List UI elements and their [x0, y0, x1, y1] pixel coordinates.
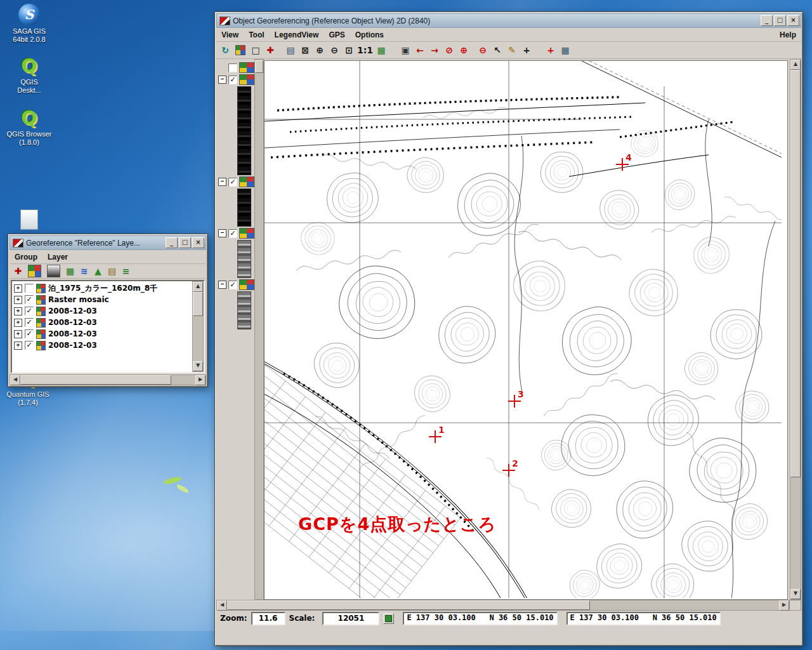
panel-layer-item[interactable]: − ✓: [218, 279, 254, 290]
new-view-icon[interactable]: □: [249, 44, 262, 56]
zoom-1to1-icon[interactable]: 1:1: [357, 44, 373, 56]
scrollbar-thumb[interactable]: [790, 70, 801, 477]
menu-item[interactable]: View: [221, 30, 239, 39]
scroll-left-button[interactable]: ◀: [217, 600, 227, 611]
menu-item[interactable]: Tool: [249, 30, 264, 39]
layer-checkbox[interactable]: [228, 63, 237, 72]
grid-layer-icon[interactable]: ▦: [64, 265, 76, 277]
panel-layer-item[interactable]: [218, 189, 254, 227]
database-layer-icon[interactable]: ▤: [106, 265, 118, 277]
collapse-toggle[interactable]: −: [218, 281, 226, 289]
scrollbar-thumb[interactable]: [227, 600, 590, 610]
zoom-out-icon[interactable]: ⊖: [328, 44, 341, 56]
scroll-left-button[interactable]: ◀: [10, 375, 20, 385]
layer-checkbox[interactable]: ✓: [228, 229, 237, 238]
minimize-button[interactable]: _: [761, 15, 773, 26]
add-object-icon[interactable]: ✚: [12, 265, 24, 277]
menu-item[interactable]: Layer: [48, 253, 68, 262]
scale-value[interactable]: 12051: [322, 612, 379, 625]
zoom-full-icon[interactable]: ⊡: [343, 44, 355, 56]
titlebar[interactable]: Object Georeferencing (Reference Object …: [216, 13, 801, 28]
scrollbar-trough[interactable]: [193, 316, 203, 361]
scrollbar-thumb[interactable]: [20, 375, 171, 385]
collapse-toggle[interactable]: −: [218, 76, 226, 84]
panel-layer-item[interactable]: − ✓: [218, 74, 254, 85]
expand-toggle[interactable]: +: [14, 296, 22, 304]
layer-row[interactable]: + ✓ Raster mosaic: [12, 294, 192, 305]
layer-row[interactable]: + ✓ 2008-12-03: [12, 305, 192, 317]
shade-layer-icon[interactable]: [47, 265, 60, 277]
cancel-icon[interactable]: ⊘: [443, 44, 455, 56]
scrollbar-thumb[interactable]: [255, 60, 263, 73]
select-pointer-icon[interactable]: ↖: [491, 44, 504, 56]
menu-item[interactable]: Options: [355, 30, 384, 39]
vector-layer-icon[interactable]: ≋: [78, 265, 90, 277]
zoom-in-icon[interactable]: ⊕: [313, 44, 326, 56]
expand-toggle[interactable]: +: [14, 319, 22, 327]
pan-west-icon[interactable]: ←: [414, 44, 426, 56]
panel-layer-item[interactable]: [218, 291, 254, 329]
zoom-in-red-icon[interactable]: ⊕: [457, 44, 470, 56]
map-horizontal-scrollbar[interactable]: ◀ ▶: [216, 600, 801, 611]
snapshot-icon[interactable]: ▣: [399, 44, 412, 56]
layers-icon[interactable]: [235, 45, 246, 55]
layer-row[interactable]: + ✓ 2008-12-03: [12, 328, 192, 340]
zoom-box-icon[interactable]: ⊠: [299, 44, 311, 56]
data-table-icon[interactable]: ▦: [559, 44, 572, 56]
desktop-icon[interactable]: [5, 209, 53, 232]
panel-layer-item[interactable]: [218, 86, 254, 175]
close-button[interactable]: ×: [787, 15, 799, 26]
desktop-icon[interactable]: S SAGA GIS 64bit 2.0.8: [5, 4, 53, 44]
redraw-icon[interactable]: ↻: [219, 44, 232, 56]
scroll-up-button[interactable]: ▲: [790, 60, 801, 70]
resize-corner[interactable]: [789, 600, 801, 610]
scroll-right-button[interactable]: ▶: [195, 375, 206, 385]
desktop-icon[interactable]: Q QGIS Deskt...: [5, 55, 53, 95]
crosshair-icon[interactable]: +: [520, 44, 533, 56]
menu-item[interactable]: GPS: [329, 30, 344, 39]
collapse-toggle[interactable]: −: [218, 178, 226, 186]
grid-overlay-icon[interactable]: ▦: [375, 44, 388, 56]
close-button[interactable]: ×: [192, 237, 204, 248]
layer-checkbox[interactable]: ✓: [25, 295, 34, 304]
layer-row[interactable]: + 泊_1975_カラー_1620m_8千: [12, 282, 192, 294]
layer-checkbox[interactable]: ✓: [25, 329, 34, 338]
layer-checkbox[interactable]: ✓: [25, 341, 34, 350]
scale-lock-button[interactable]: [383, 613, 394, 624]
edit-gcp-icon[interactable]: ✎: [506, 44, 518, 56]
tin-layer-icon[interactable]: ▲: [92, 265, 104, 277]
pan-east-icon[interactable]: →: [428, 44, 441, 56]
map-vertical-scrollbar[interactable]: ▲ ▼: [790, 59, 801, 600]
layer-checkbox[interactable]: ✓: [25, 318, 34, 327]
maximize-button[interactable]: □: [179, 237, 191, 248]
scrollbar-trough[interactable]: [171, 375, 195, 385]
maximize-button[interactable]: □: [774, 15, 786, 26]
minimize-button[interactable]: _: [166, 237, 178, 248]
scrollbar-thumb[interactable]: [193, 292, 203, 316]
collapse-toggle[interactable]: −: [218, 229, 226, 237]
menu-item[interactable]: LegendView: [275, 30, 319, 39]
layer-row[interactable]: + ✓ 2008-12-03: [12, 340, 192, 351]
layer-checkbox[interactable]: ✓: [228, 76, 237, 84]
raster-layer-icon[interactable]: [28, 265, 41, 277]
add-layer-icon[interactable]: ✚: [264, 44, 277, 56]
scroll-down-button[interactable]: ▼: [193, 361, 203, 371]
menu-item[interactable]: Group: [15, 253, 37, 262]
zoom-out-red-icon[interactable]: ⊖: [476, 44, 489, 56]
expand-toggle[interactable]: +: [14, 307, 22, 315]
layer-row[interactable]: + ✓ 2008-12-03: [12, 317, 192, 328]
gcp-marker-icon[interactable]: +: [544, 44, 557, 56]
vertical-scrollbar[interactable]: ▲ ▼: [192, 281, 204, 372]
layer-checkbox[interactable]: ✓: [228, 281, 237, 289]
desktop-icon[interactable]: Q QGIS Browser (1.8.0): [5, 107, 53, 147]
scrollbar-trough[interactable]: [790, 477, 801, 589]
scrollbar-trough[interactable]: [590, 600, 779, 610]
scroll-right-button[interactable]: ▶: [779, 600, 789, 611]
panel-layer-item[interactable]: − ✓: [218, 228, 254, 239]
panel-layer-item[interactable]: [218, 62, 254, 73]
expand-toggle[interactable]: +: [14, 284, 22, 293]
panel-layer-item[interactable]: [218, 240, 254, 278]
layer-checkbox[interactable]: ✓: [228, 178, 237, 187]
layer-checkbox[interactable]: [25, 284, 34, 293]
titlebar[interactable]: Georeference "Reference" Laye... _ □ ×: [10, 235, 206, 250]
